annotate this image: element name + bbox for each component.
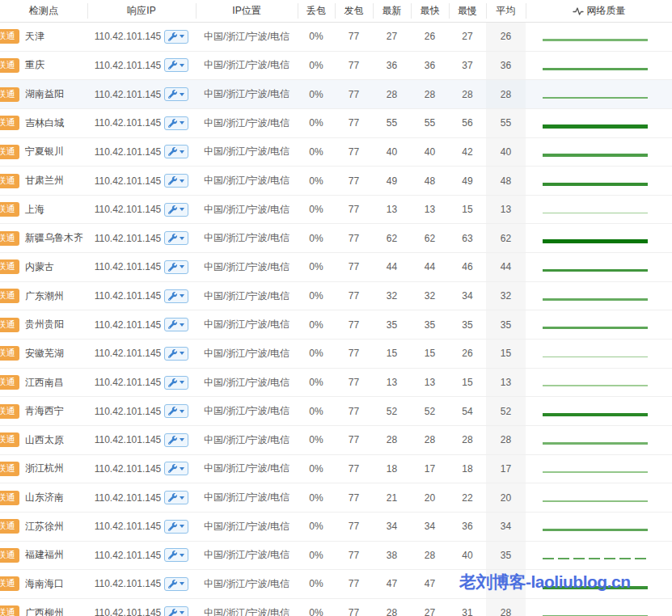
response-ip-cell: 110.42.101.145 xyxy=(87,167,196,195)
loss-cell: 0% xyxy=(298,513,335,541)
fastest-cell: 47 xyxy=(411,570,449,598)
fastest-cell: 36 xyxy=(411,52,449,80)
ip-location-cell: 中国/浙江/宁波/电信 xyxy=(196,138,298,167)
wrench-icon xyxy=(168,147,177,156)
probe-name: 吉林白城 xyxy=(25,116,64,130)
sent-cell: 77 xyxy=(335,340,373,368)
table-header: 检测点 响应IP IP位置 丢包 发包 最新 最快 最慢 平均 网络质量 xyxy=(0,0,672,23)
ip-location-cell: 中国/浙江/宁波/电信 xyxy=(196,253,298,281)
ip-tools-button[interactable] xyxy=(164,58,188,72)
latency-sparkline xyxy=(543,124,648,128)
quality-cell xyxy=(526,599,672,616)
avg-cell: 40 xyxy=(486,138,526,167)
ip-tools-button[interactable] xyxy=(164,433,188,447)
slowest-cell: 15 xyxy=(449,196,486,224)
latest-cell: 49 xyxy=(373,167,411,195)
wrench-icon xyxy=(168,234,177,243)
ip-tools-button[interactable] xyxy=(164,520,188,534)
latency-sparkline xyxy=(543,413,648,416)
wrench-icon xyxy=(168,349,177,358)
latest-cell: 34 xyxy=(373,513,411,541)
ip-value: 110.42.101.145 xyxy=(95,261,162,272)
ip-tools-button[interactable] xyxy=(164,376,188,390)
ip-tools-button[interactable] xyxy=(164,462,188,475)
slowest-cell: 46 xyxy=(449,253,486,281)
slowest-cell: 31 xyxy=(449,599,486,616)
probe-cell: 联通 重庆 xyxy=(0,52,87,80)
probe-cell: 联通 福建福州 xyxy=(0,542,87,570)
latest-cell: 62 xyxy=(373,224,411,252)
ip-tools-button[interactable] xyxy=(164,30,188,44)
ip-tools-button[interactable] xyxy=(164,548,188,562)
probe-name: 青海西宁 xyxy=(25,404,64,418)
ip-tools-button[interactable] xyxy=(164,404,188,418)
slowest-cell: 54 xyxy=(449,397,486,425)
sent-cell: 77 xyxy=(335,483,373,512)
quality-cell xyxy=(526,397,672,425)
ip-tools-button[interactable] xyxy=(164,145,188,158)
probe-name: 安徽芜湖 xyxy=(25,347,64,361)
latency-sparkline xyxy=(543,500,648,502)
sent-cell: 77 xyxy=(335,310,373,339)
chevron-down-icon xyxy=(180,611,184,614)
column-header-quality: 网络质量 xyxy=(526,0,672,22)
avg-cell: 35 xyxy=(486,542,526,570)
slowest-cell: 18 xyxy=(449,455,486,483)
loss-cell: 0% xyxy=(298,224,335,252)
ip-tools-button[interactable] xyxy=(164,289,188,303)
quality-cell xyxy=(526,109,672,137)
probe-name: 广东潮州 xyxy=(25,289,64,303)
column-header-location: IP位置 xyxy=(196,0,298,22)
fastest-cell: 62 xyxy=(411,224,449,252)
isp-badge: 联通 xyxy=(0,318,19,332)
ip-location-cell: 中国/浙江/宁波/电信 xyxy=(196,542,298,570)
ip-tools-button[interactable] xyxy=(164,116,188,130)
response-ip-cell: 110.42.101.145 xyxy=(87,253,196,281)
sent-cell: 77 xyxy=(335,52,373,80)
wrench-icon xyxy=(168,263,177,272)
ip-tools-button[interactable] xyxy=(164,606,188,616)
column-header-latest: 最新 xyxy=(373,0,411,22)
chevron-down-icon xyxy=(180,352,184,355)
table-row: 联通 山西太原 110.42.101.145 中国/浙江/宁波/电信 0% 77… xyxy=(0,426,672,455)
isp-badge: 联通 xyxy=(0,116,19,130)
chevron-down-icon xyxy=(180,467,184,470)
ip-tools-button[interactable] xyxy=(164,203,188,217)
ip-location-cell: 中国/浙江/宁波/电信 xyxy=(196,340,298,368)
wrench-icon xyxy=(168,493,177,502)
chevron-down-icon xyxy=(180,179,184,183)
wrench-icon xyxy=(168,464,177,473)
table-row: 联通 新疆乌鲁木齐 110.42.101.145 中国/浙江/宁波/电信 0% … xyxy=(0,224,672,253)
ip-value: 110.42.101.145 xyxy=(95,175,162,187)
latency-sparkline xyxy=(543,471,648,472)
sent-cell: 77 xyxy=(335,599,373,616)
ip-tools-button[interactable] xyxy=(164,491,188,504)
ip-tools-button[interactable] xyxy=(164,260,188,274)
ip-tools-button[interactable] xyxy=(164,347,188,361)
ip-tools-button[interactable] xyxy=(164,174,188,188)
ip-value: 110.42.101.145 xyxy=(95,290,162,302)
ip-location-cell: 中国/浙江/宁波/电信 xyxy=(196,52,298,80)
slowest-cell: 36 xyxy=(449,513,486,541)
ip-tools-button[interactable] xyxy=(164,87,188,101)
response-ip-cell: 110.42.101.145 xyxy=(87,282,196,310)
ip-location-cell: 中国/浙江/宁波/电信 xyxy=(196,282,298,310)
avg-cell: 28 xyxy=(486,426,526,454)
ip-tools-button[interactable] xyxy=(164,318,188,331)
ip-tools-button[interactable] xyxy=(164,577,188,591)
probe-cell: 联通 湖南益阳 xyxy=(0,80,87,108)
response-ip-cell: 110.42.101.145 xyxy=(87,80,196,108)
ip-value: 110.42.101.145 xyxy=(95,233,162,244)
isp-badge: 联通 xyxy=(0,58,19,73)
slowest-cell: 28 xyxy=(449,426,486,454)
latest-cell: 27 xyxy=(373,23,411,51)
ip-tools-button[interactable] xyxy=(164,231,188,245)
isp-badge: 联通 xyxy=(0,462,19,476)
chevron-down-icon xyxy=(180,525,184,528)
latest-cell: 13 xyxy=(373,196,411,224)
avg-cell: 35 xyxy=(486,310,526,339)
loss-cell: 0% xyxy=(298,369,335,397)
ip-value: 110.42.101.145 xyxy=(95,60,162,71)
probe-cell: 联通 安徽芜湖 xyxy=(0,340,87,368)
fastest-cell: 28 xyxy=(411,426,449,454)
